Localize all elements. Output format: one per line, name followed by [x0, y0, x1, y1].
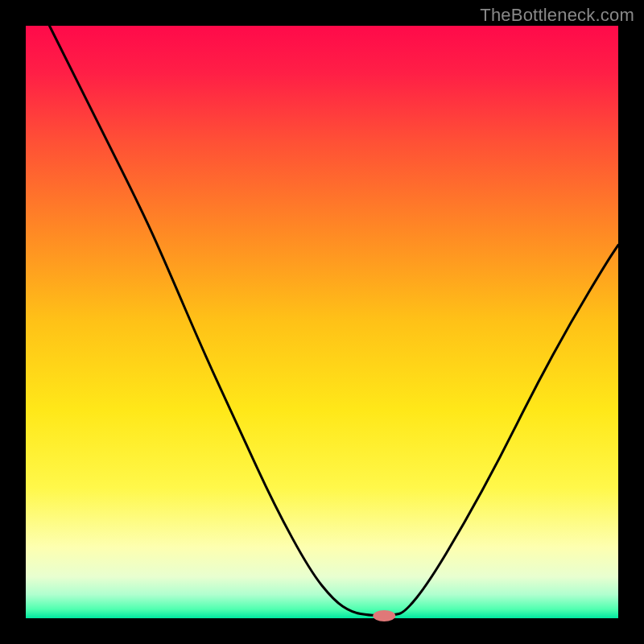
optimum-marker — [373, 610, 395, 621]
plot-background — [26, 26, 618, 618]
chart-svg — [0, 0, 644, 644]
bottleneck-chart: TheBottleneck.com — [0, 0, 644, 644]
watermark-label: TheBottleneck.com — [480, 5, 634, 26]
